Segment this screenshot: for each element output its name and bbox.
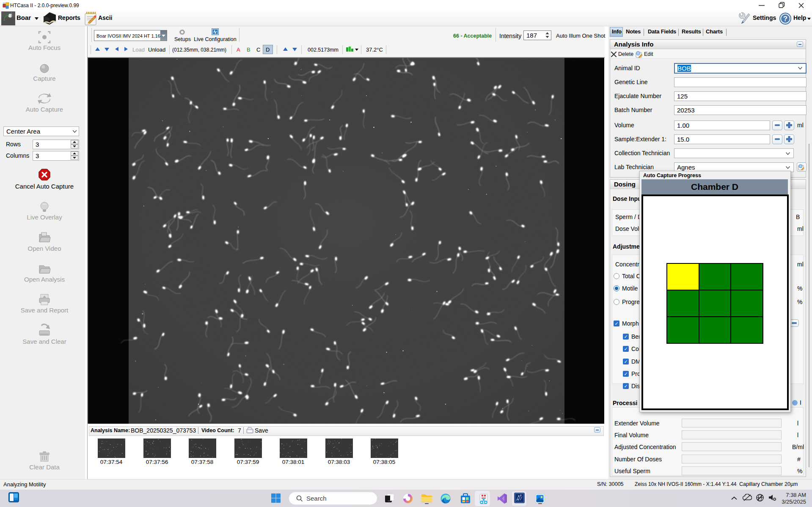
svg-text:?: ? [783, 15, 787, 23]
